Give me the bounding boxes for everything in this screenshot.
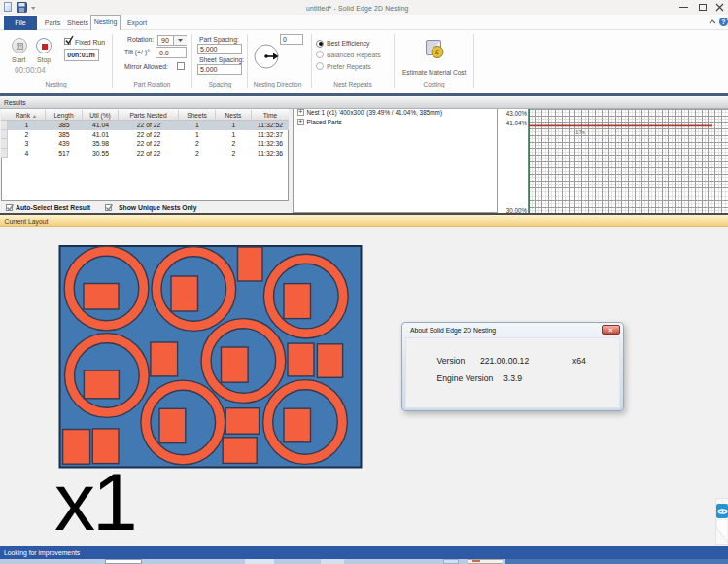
svg-text:£: £: [435, 49, 439, 55]
